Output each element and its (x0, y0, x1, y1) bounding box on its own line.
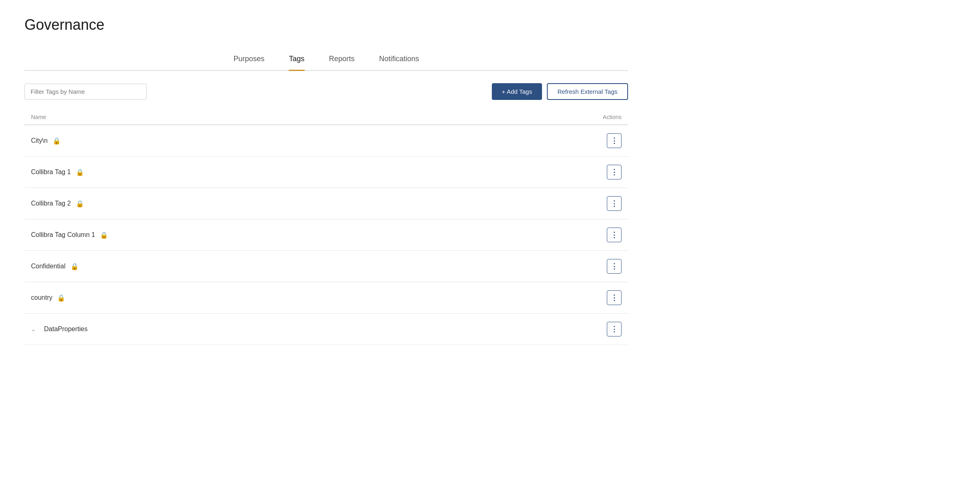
filter-input[interactable] (24, 84, 147, 100)
tag-name: City\n (31, 137, 48, 144)
row-left: Collibra Tag Column 1 🔒 (31, 231, 108, 239)
table-row: country 🔒 ⋮ (24, 282, 628, 314)
table-row: ⌄ DataProperties ⋮ (24, 314, 628, 345)
table-row: City\n 🔒 ⋮ (24, 125, 628, 157)
row-left: country 🔒 (31, 294, 65, 302)
tag-name: Confidential (31, 263, 66, 270)
lock-icon: 🔒 (57, 294, 65, 302)
table-row: Confidential 🔒 ⋮ (24, 251, 628, 282)
more-actions-button[interactable]: ⋮ (607, 259, 622, 274)
tag-name: DataProperties (44, 325, 88, 333)
table-row: Collibra Tag Column 1 🔒 ⋮ (24, 219, 628, 251)
tab-purposes[interactable]: Purposes (233, 50, 264, 71)
lock-icon: 🔒 (76, 168, 84, 176)
toolbar-actions: + Add Tags Refresh External Tags (492, 83, 628, 100)
chevron-down-icon[interactable]: ⌄ (31, 326, 36, 332)
refresh-external-tags-button[interactable]: Refresh External Tags (547, 83, 628, 100)
row-left: Collibra Tag 1 🔒 (31, 168, 84, 176)
tab-notifications[interactable]: Notifications (379, 50, 419, 71)
more-actions-button[interactable]: ⋮ (607, 165, 622, 179)
row-left: City\n 🔒 (31, 137, 61, 145)
tab-tags[interactable]: Tags (289, 50, 304, 71)
tag-name: country (31, 294, 52, 301)
lock-icon: 🔒 (71, 263, 79, 270)
tag-name: Collibra Tag 1 (31, 168, 71, 176)
more-actions-button[interactable]: ⋮ (607, 228, 622, 242)
tag-name: Collibra Tag 2 (31, 200, 71, 207)
table-header: Name Actions (24, 110, 628, 125)
more-actions-button[interactable]: ⋮ (607, 290, 622, 305)
lock-icon: 🔒 (100, 231, 108, 239)
more-actions-button[interactable]: ⋮ (607, 322, 622, 336)
lock-icon: 🔒 (53, 137, 61, 145)
tab-reports[interactable]: Reports (329, 50, 355, 71)
row-left: Confidential 🔒 (31, 263, 79, 270)
page-title: Governance (24, 16, 628, 33)
more-actions-button[interactable]: ⋮ (607, 133, 622, 148)
tag-name: Collibra Tag Column 1 (31, 231, 95, 239)
row-left: Collibra Tag 2 🔒 (31, 200, 84, 208)
col-actions-header: Actions (603, 114, 622, 120)
tabs-nav: Purposes Tags Reports Notifications (24, 50, 628, 71)
toolbar: + Add Tags Refresh External Tags (24, 83, 628, 100)
more-actions-button[interactable]: ⋮ (607, 196, 622, 211)
add-tags-button[interactable]: + Add Tags (492, 83, 542, 100)
col-name-header: Name (31, 114, 46, 120)
row-left: ⌄ DataProperties (31, 325, 88, 333)
lock-icon: 🔒 (76, 200, 84, 208)
tags-table: Name Actions City\n 🔒 ⋮ Collibra Tag 1 🔒… (24, 110, 628, 345)
table-row: Collibra Tag 2 🔒 ⋮ (24, 188, 628, 219)
table-row: Collibra Tag 1 🔒 ⋮ (24, 157, 628, 188)
